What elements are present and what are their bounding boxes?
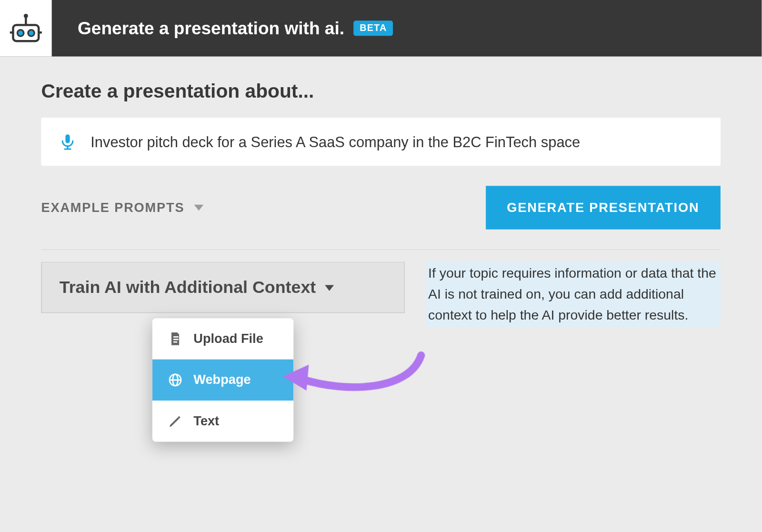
- dropdown-item-webpage[interactable]: Webpage: [152, 360, 293, 401]
- microphone-icon[interactable]: [59, 133, 77, 151]
- robot-icon: [9, 11, 43, 45]
- svg-rect-12: [173, 336, 179, 338]
- help-text: If your topic requires information or da…: [426, 262, 721, 327]
- svg-rect-14: [173, 341, 177, 343]
- svg-marker-11: [325, 285, 334, 291]
- chevron-down-icon: [193, 203, 205, 211]
- svg-rect-7: [65, 134, 70, 143]
- pencil-icon: [168, 413, 183, 429]
- app-header: Generate a presentation with ai. BETA: [0, 0, 762, 57]
- example-prompts-label: EXAMPLE PROMPTS: [41, 200, 184, 215]
- section-title: Create a presentation about...: [41, 80, 720, 102]
- svg-marker-10: [194, 205, 203, 211]
- app-logo: [0, 0, 52, 57]
- svg-point-2: [28, 30, 34, 36]
- beta-badge: BETA: [354, 20, 393, 36]
- dropdown-item-label: Webpage: [193, 372, 251, 388]
- file-icon: [168, 331, 183, 346]
- dropdown-item-upload-file[interactable]: Upload File: [152, 318, 293, 359]
- prompt-container: [41, 118, 720, 166]
- header-title: Generate a presentation with ai.: [78, 18, 344, 38]
- divider: [41, 250, 720, 250]
- train-ai-dropdown-toggle[interactable]: Train AI with Additional Context Upload …: [41, 262, 404, 313]
- globe-icon: [168, 372, 183, 388]
- caret-down-icon: [323, 282, 336, 292]
- svg-point-4: [24, 14, 28, 18]
- example-prompts-dropdown[interactable]: EXAMPLE PROMPTS: [41, 200, 204, 215]
- train-ai-label: Train AI with Additional Context: [60, 278, 316, 297]
- svg-point-1: [17, 30, 23, 36]
- generate-presentation-button[interactable]: GENERATE PRESENTATION: [486, 186, 721, 229]
- dropdown-item-label: Upload File: [193, 331, 263, 346]
- svg-rect-13: [173, 339, 179, 340]
- annotation-arrow-icon: [277, 350, 430, 414]
- main-content: Create a presentation about... EXAMPLE P…: [0, 57, 762, 327]
- prompt-input[interactable]: [90, 133, 703, 151]
- dropdown-item-label: Text: [193, 413, 219, 429]
- train-ai-dropdown-menu: Upload File Webpage: [152, 318, 293, 442]
- dropdown-item-text[interactable]: Text: [152, 401, 293, 442]
